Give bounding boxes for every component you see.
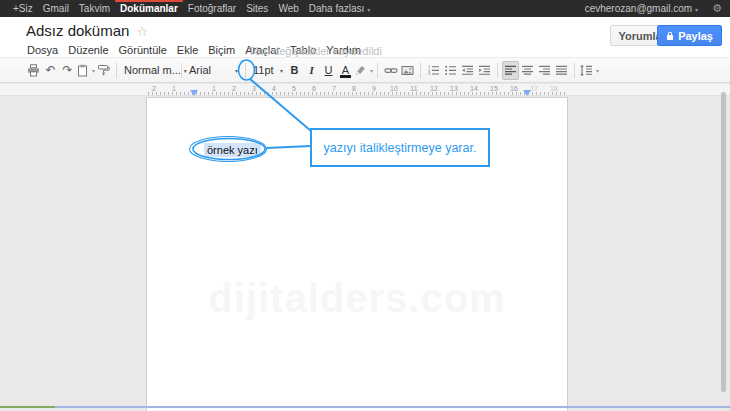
ruler-number: 7 [332, 85, 336, 92]
increase-indent-button[interactable] [476, 61, 493, 80]
ruler-number: 14 [470, 85, 478, 92]
ruler-number: 3 [252, 85, 256, 92]
ruler-number: 17 [530, 85, 538, 92]
align-justify-button[interactable] [553, 61, 570, 80]
share-button-label: Paylaş [678, 30, 713, 42]
chevron-down-icon: ▾ [367, 6, 370, 13]
topbar-item-more[interactable]: Daha fazlası▾ [304, 0, 376, 17]
ruler-number: 2 [232, 85, 236, 92]
toolbar-separator [245, 63, 246, 78]
align-right-button[interactable] [536, 61, 553, 80]
print-icon [27, 64, 40, 77]
topbar-more-label: Daha fazlası [309, 3, 365, 14]
document-header: Adsız doküman☆ Dosya Düzenle Görüntüle E… [0, 17, 730, 57]
topbar-item-gmail[interactable]: Gmail [38, 0, 74, 17]
font-value: Arial [189, 64, 211, 76]
ruler-number: 4 [272, 85, 276, 92]
topbar-item-web[interactable]: Web [273, 0, 303, 17]
ruler-scale[interactable]: 21123456789101112131415161718 [146, 84, 594, 96]
insert-link-button[interactable] [382, 61, 399, 80]
indent-icon [478, 64, 491, 77]
highlight-color-button[interactable]: ▾ [354, 61, 373, 80]
selected-sample-text[interactable]: örnek yazı [204, 143, 261, 157]
menu-format[interactable]: Biçim [203, 43, 240, 57]
ruler-ticks [148, 92, 568, 95]
share-button[interactable]: Paylaş [657, 25, 722, 46]
align-center-button[interactable] [519, 61, 536, 80]
align-left-button[interactable] [502, 61, 519, 80]
paste-button[interactable]: ▾ [76, 61, 95, 80]
menu-insert[interactable]: Ekle [172, 43, 203, 57]
menu-edit[interactable]: Düzenle [63, 43, 113, 57]
redo-button[interactable]: ↷ [59, 61, 76, 80]
styles-value: Normal m... [124, 64, 181, 76]
toolbar-separator [420, 63, 421, 78]
toolbar-separator [497, 63, 498, 78]
document-title[interactable]: Adsız doküman☆ [26, 22, 148, 39]
gear-icon[interactable]: ⚙ [712, 2, 722, 15]
chevron-down-icon: ▾ [596, 67, 599, 74]
styles-dropdown[interactable]: Normal m...▾ [121, 61, 177, 80]
ruler-number: 1 [172, 85, 176, 92]
text-color-button[interactable]: A [337, 61, 354, 80]
annotation-callout-text: yazıyı italikleştirmeye yarar. [324, 141, 477, 155]
topbar-item-sites[interactable]: Sites [241, 0, 273, 17]
ruler-number: 11 [410, 85, 417, 92]
undo-button[interactable]: ↶ [42, 61, 59, 80]
font-size-value: 11pt [253, 64, 274, 76]
topbar-item-documents[interactable]: Dokümanlar [115, 0, 183, 17]
bulleted-list-icon [444, 64, 457, 77]
account-email-menu[interactable]: cevherozan@gmail.com▾ [585, 3, 698, 14]
save-status: Tüm değişiklikler kaydedildi [248, 45, 382, 57]
decrease-indent-button[interactable] [459, 61, 476, 80]
align-right-icon [538, 64, 551, 77]
ruler-number: 10 [390, 85, 398, 92]
link-icon [384, 64, 398, 77]
align-left-icon [504, 64, 517, 77]
highlighter-icon [354, 64, 367, 77]
ruler-number: 15 [490, 85, 498, 92]
chevron-down-icon: ▾ [235, 67, 238, 74]
font-dropdown[interactable]: Arial▾ [186, 61, 241, 80]
bulleted-list-button[interactable] [442, 61, 459, 80]
vertical-scrollbar[interactable] [721, 92, 726, 392]
bold-button[interactable]: B [286, 61, 303, 80]
video-progress-track [55, 406, 730, 408]
underline-button[interactable]: U [320, 61, 337, 80]
menu-view[interactable]: Görüntüle [114, 43, 172, 57]
ruler-number: 1 [212, 85, 216, 92]
star-icon[interactable]: ☆ [136, 24, 148, 39]
lock-icon [666, 31, 674, 41]
ruler-number: 5 [292, 85, 296, 92]
document-title-text: Adsız doküman [26, 22, 129, 39]
ruler-number: 12 [430, 85, 438, 92]
italic-button[interactable]: I [303, 61, 320, 80]
redo-icon: ↷ [62, 63, 72, 77]
paint-format-button[interactable] [95, 61, 112, 80]
topbar-item-photos[interactable]: Fotoğraflar [183, 0, 241, 17]
align-center-icon [521, 64, 534, 77]
formatting-toolbar: ↶ ↷ ▾ Normal m...▾ Arial▾ 11pt▾ B I U A … [0, 57, 730, 83]
watermark-text: dijitalders.com [147, 276, 567, 321]
chevron-down-icon: ▾ [695, 6, 698, 13]
ruler-number: 8 [352, 85, 356, 92]
ruler-number: 13 [450, 85, 458, 92]
print-button[interactable] [25, 61, 42, 80]
menu-file[interactable]: Dosya [22, 43, 63, 57]
outdent-icon [461, 64, 474, 77]
align-justify-icon [555, 64, 568, 77]
ruler-number: 9 [372, 85, 376, 92]
line-spacing-button[interactable]: ▾ [579, 61, 599, 80]
ruler: 21123456789101112131415161718 [0, 84, 730, 96]
topbar-item-calendar[interactable]: Takvim [74, 0, 115, 17]
ruler-number: 6 [312, 85, 316, 92]
numbered-list-button[interactable]: 123 [425, 61, 442, 80]
numbered-list-icon: 123 [427, 64, 440, 77]
svg-text:3: 3 [428, 71, 431, 76]
ruler-number: 16 [510, 85, 518, 92]
font-size-dropdown[interactable]: 11pt▾ [250, 61, 286, 80]
insert-image-button[interactable] [399, 61, 416, 80]
ruler-number: 18 [550, 85, 558, 92]
topbar-item-plus-you[interactable]: +Siz [8, 0, 38, 17]
chevron-down-icon: ▾ [280, 67, 283, 74]
